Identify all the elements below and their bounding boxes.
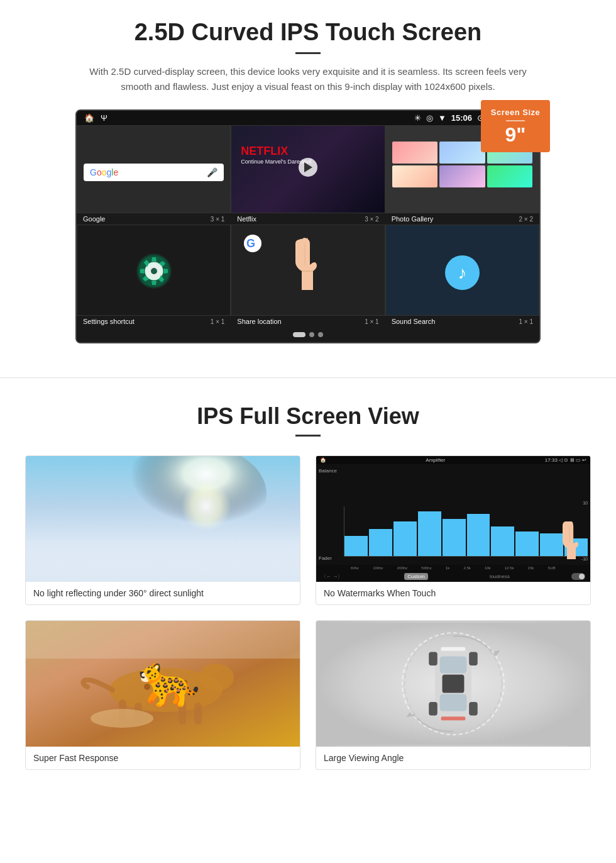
eq-top-val: 10: [344, 501, 588, 505]
google-search-bar[interactable]: Google 🎤: [84, 164, 224, 181]
settings-icon-wrap: [84, 240, 224, 309]
gallery-thumb-6: [487, 165, 532, 187]
badge-title: Screen Size: [487, 108, 544, 117]
eq-bar-7: [491, 526, 514, 556]
svg-rect-33: [435, 647, 471, 720]
eq-nav-arrows: 〈← →〉: [321, 573, 343, 580]
dot-1: [293, 332, 305, 337]
gallery-thumb-2: [439, 142, 485, 164]
feature-equalizer: 🏠 Amplifier 17:33 ◁ ⊙ ⊠ ▭ ↩ Balance Fade…: [316, 455, 591, 605]
eq-bar-4: [418, 511, 441, 556]
app-share-location[interactable]: G: [231, 225, 385, 316]
usb-icon: Ψ: [101, 113, 107, 123]
feature-sunlight: No light reflecting under 360° direct su…: [25, 455, 300, 605]
section-ips-fullscreen: IPS Full Screen View: [0, 397, 616, 789]
features-grid: No light reflecting under 360° direct su…: [25, 455, 591, 770]
svg-rect-20: [179, 699, 186, 725]
eq-title: Amplifier: [426, 457, 445, 463]
eq-loudness-toggle[interactable]: [571, 573, 585, 580]
eq-main-area: Balance Fader 10: [316, 464, 590, 565]
svg-rect-40: [469, 702, 478, 715]
page-dots: [77, 327, 539, 342]
google-app-label: Google: [83, 215, 105, 223]
eq-bot-val: -10: [344, 557, 588, 561]
svg-text:G: G: [246, 237, 255, 250]
google-g-icon: G: [244, 235, 261, 252]
netflix-logo: NETFLIX: [241, 145, 288, 158]
svg-rect-42: [441, 716, 466, 720]
toggle-knob: [579, 574, 585, 579]
dot-2: [309, 332, 314, 337]
share-app-size: 1 × 1: [365, 318, 379, 325]
eq-freq-3: 200hz: [397, 566, 407, 570]
settings-app-label: Settings shortcut: [83, 318, 135, 325]
share-label-cell: Share location 1 × 1: [231, 316, 385, 327]
svg-rect-36: [443, 674, 465, 693]
svg-point-25: [182, 680, 187, 685]
app-sound-search[interactable]: ♪: [385, 225, 539, 316]
sound-app-label: Sound Search: [392, 318, 436, 325]
eq-bar-5: [443, 519, 466, 556]
sunlight-image: [26, 456, 300, 582]
eq-bar-3: [393, 521, 417, 556]
svg-rect-28: [26, 621, 300, 659]
eq-freq-6: 2.5k: [463, 566, 470, 570]
title-underline: [295, 52, 321, 54]
eq-bars-container: 10 -10: [344, 468, 588, 561]
sound-icon-wrap: ♪: [392, 243, 532, 309]
grid-label-row2: Settings shortcut 1 × 1 Share location 1…: [77, 316, 539, 327]
app-netflix[interactable]: NETFLIX Continue Marvel's Daredevil: [231, 125, 385, 213]
google-app-size: 3 × 1: [211, 216, 225, 223]
section2-title: IPS Full Screen View: [25, 403, 591, 430]
eq-status-bar: 🏠 Amplifier 17:33 ◁ ⊙ ⊠ ▭ ↩: [316, 456, 590, 464]
pointing-hand-icon: [286, 237, 330, 293]
svg-point-27: [91, 709, 153, 728]
app-grid-row2: G ♪: [77, 225, 539, 316]
svg-point-26: [154, 691, 159, 696]
svg-point-22: [144, 684, 150, 690]
hand-pointing-area: G: [238, 231, 378, 309]
phone-screen: 🏠 Ψ ✳ ◎ ▼ 15:06 ⊙ ◁ ⊠ ▭ ↩: [75, 109, 541, 343]
feature-car: Large Viewing Angle: [316, 620, 591, 770]
eq-bar-6: [467, 514, 490, 556]
home-icon: 🏠: [84, 113, 94, 123]
car-visual: [316, 621, 590, 747]
eq-time: 17:33 ◁ ⊙ ⊠ ▭ ↩: [545, 457, 586, 463]
svg-point-23: [157, 678, 162, 683]
equalizer-caption: No Watermarks When Touch: [316, 582, 590, 604]
gallery-label-cell: Photo Gallery 2 × 2: [385, 213, 539, 225]
svg-rect-21: [194, 703, 202, 725]
netflix-label-cell: Netflix 3 × 2: [231, 213, 385, 225]
svg-point-17: [199, 664, 234, 691]
eq-custom-button[interactable]: Custom: [404, 573, 428, 580]
bluetooth-icon: ✳: [414, 113, 421, 123]
google-logo: Google: [90, 167, 118, 177]
eq-freq-7: 10k: [485, 566, 491, 570]
gallery-thumb-5: [439, 165, 485, 187]
gallery-app-size: 2 × 2: [519, 216, 533, 223]
time-display: 15:06: [451, 113, 472, 123]
app-settings[interactable]: [77, 225, 231, 316]
svg-rect-29: [316, 623, 590, 745]
status-bar-left: 🏠 Ψ: [84, 113, 107, 123]
eq-fader-label: Fader: [319, 555, 341, 561]
equalizer-image: 🏠 Amplifier 17:33 ◁ ⊙ ⊠ ▭ ↩ Balance Fade…: [316, 456, 590, 582]
eq-freq-4: 500hz: [421, 566, 431, 570]
svg-rect-35: [440, 694, 467, 711]
eq-freq-5: 1k: [446, 566, 449, 570]
eq-bar-1: [344, 536, 368, 556]
cheetah-visual: [26, 621, 300, 747]
settings-label-cell: Settings shortcut 1 × 1: [77, 316, 231, 327]
svg-rect-38: [469, 652, 478, 665]
gallery-app-label: Photo Gallery: [392, 215, 434, 223]
dot-3: [318, 332, 323, 337]
play-button[interactable]: [299, 158, 317, 177]
section1-title: 2.5D Curved IPS Touch Screen: [38, 19, 578, 46]
section-divider: [0, 377, 616, 378]
mic-icon: 🎤: [207, 167, 217, 177]
google-label-cell: Google 3 × 1: [77, 213, 231, 225]
app-google[interactable]: Google 🎤: [77, 125, 231, 213]
eq-freq-8: 12.5k: [505, 566, 514, 570]
eq-freq-9: 15k: [528, 566, 534, 570]
svg-rect-34: [440, 656, 467, 673]
